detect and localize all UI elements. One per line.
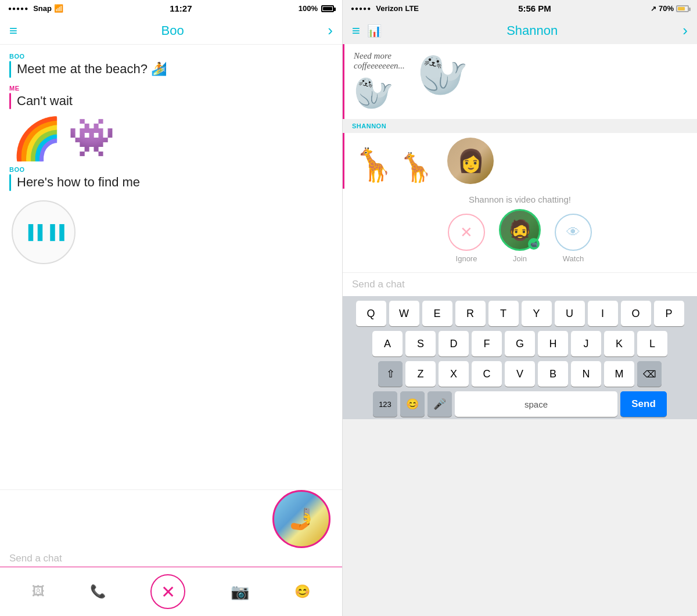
phone-btn[interactable]: 📞 [90,584,106,599]
me-bubble-1: Can't wait [9,93,333,110]
coffee-text: Need morecoffeeeeeeen... [354,51,405,71]
boo-label-2: BOO [9,166,333,173]
key-t[interactable]: T [488,301,519,326]
send-key[interactable]: Send [620,391,667,417]
chevron-right[interactable]: › [682,21,688,39]
walrus-sticker: 🦭 [418,51,468,99]
key-m[interactable]: M [604,361,634,387]
keyboard-row-3: ⇧ Z X C V B N M ⌫ [345,361,695,387]
alien-sticker: 👾 [68,118,115,159]
header-left: ≡ Boo › [0,17,342,45]
keyboard-row-4: 123 😊 🎤 space Send [345,391,695,417]
key-g[interactable]: G [505,331,535,356]
space-key[interactable]: space [455,391,617,417]
key-c[interactable]: C [472,361,502,387]
shift-key[interactable]: ⇧ [378,361,403,387]
key-f[interactable]: F [472,331,502,356]
emoji-btn[interactable]: 😊 [294,584,310,599]
key-n[interactable]: N [571,361,601,387]
video-preview-image: 🤳 [289,507,315,531]
key-p[interactable]: P [654,301,684,326]
video-notification: Shannon is video chatting! ✕ Ignore 🧔 📹 [343,189,697,272]
key-j[interactable]: J [571,331,601,356]
signal-dots-right: ●●●●● [351,5,371,12]
battery-pct-left: 100% [299,4,318,13]
key-b[interactable]: B [538,361,568,387]
camera-btn[interactable]: 📷 [231,583,249,601]
key-k[interactable]: K [604,331,634,356]
bottom-toolbar-left: 🖼 📞 ✕ 📷 😊 [0,567,342,616]
key-z[interactable]: Z [405,361,436,387]
boo-bubble-1: Meet me at the beach? 🏄 [9,61,333,78]
header-left-icons: ≡ 📊 [352,23,382,39]
key-q[interactable]: Q [356,301,386,326]
key-r[interactable]: R [455,301,486,326]
key-i[interactable]: I [588,301,618,326]
ignore-button[interactable]: ✕ [448,214,485,251]
join-circle-wrap: 🧔 📹 [499,209,541,251]
bar-chart-icon[interactable]: 📊 [367,24,382,38]
key-x[interactable]: X [439,361,469,387]
send-chat-right[interactable]: Send a chat [343,272,697,296]
mic-key[interactable]: 🎤 [427,391,452,417]
delete-key[interactable]: ⌫ [637,361,662,387]
ignore-button-container: ✕ Ignore [448,214,485,263]
key-l[interactable]: L [637,331,667,356]
watch-label: Watch [563,254,584,263]
chat-placeholder-left: Send a chat [9,553,62,564]
chat-area-left: BOO Meet me at the beach? 🏄 ME Can't wai… [0,45,342,489]
status-bar-right: ●●●●● Verizon LTE 5:56 PM ↗ 70% [343,0,697,17]
giraffe-sticker: 🦒 [354,146,394,184]
key-e[interactable]: E [422,301,452,326]
close-button-left[interactable]: ✕ [150,574,185,609]
send-chat-placeholder: Send a chat [352,279,405,290]
keyboard-row-1: Q W E R T Y U I O P [345,301,695,326]
bottom-left: 🤳 Send a chat 🖼 📞 ✕ 📷 😊 [0,489,342,616]
location-icon: ↗ [651,5,656,13]
sticker-row-left: 🌈 👾 [0,114,342,164]
header-right: ≡ 📊 Shannon › [343,17,697,44]
close-x-icon: ✕ [161,582,175,602]
key-u[interactable]: U [555,301,585,326]
key-v[interactable]: V [505,361,535,387]
giraffe-sticker-2: 🦒 [398,152,433,184]
watch-eye-icon: 👁 [566,224,580,240]
boo-border-2 [9,174,11,191]
boo-border-1 [9,61,11,78]
video-chat-status: Shannon is video chatting! [469,194,571,204]
chat-name-right: Shannon [506,23,558,38]
chevron-left[interactable]: › [328,21,333,39]
key-s[interactable]: S [405,331,436,356]
shannon-avatar-area: 👩 [443,133,498,189]
carrier-name: Verizon [376,4,403,13]
hamburger-right[interactable]: ≡ [352,23,360,39]
me-label-1: ME [9,85,333,92]
chat-input-left[interactable]: Send a chat [0,548,342,567]
video-badge: 📹 [528,238,540,250]
key-h[interactable]: H [538,331,568,356]
hamburger-left[interactable]: ≡ [9,23,17,39]
audio-message[interactable]: ▐▐ ▐▐ [12,200,330,264]
num-key[interactable]: 123 [373,391,397,417]
coffee-sticker-animals: 🦭 [354,74,405,112]
wifi-icon: 📶 [54,4,63,13]
key-a[interactable]: A [372,331,403,356]
shannon-avatar: 👩 [447,138,494,184]
key-d[interactable]: D [439,331,469,356]
rainbow-sticker: 🌈 [12,118,62,159]
key-o[interactable]: O [621,301,651,326]
image-btn[interactable]: 🖼 [32,584,45,599]
coffee-sticker-section: Need morecoffeeeeeeen... 🦭 🦭 [343,44,697,119]
me-message-1: ME Can't wait [0,82,342,114]
join-label: Join [513,254,527,263]
boo-message-1: BOO Meet me at the beach? 🏄 [0,51,342,82]
emoji-key[interactable]: 😊 [400,391,425,417]
left-panel: ●●●●● Snap 📶 11:27 100% ≡ Boo › BOO Meet… [0,0,343,616]
shannon-label: SHANNON [352,123,688,129]
walrus-coffee-sticker: 🦭 [354,74,394,112]
key-y[interactable]: Y [522,301,552,326]
key-w[interactable]: W [389,301,419,326]
watch-button[interactable]: 👁 [555,214,592,251]
signal-dots-left: ●●●●● [8,5,28,12]
battery-pct-right: 70% [659,4,674,13]
